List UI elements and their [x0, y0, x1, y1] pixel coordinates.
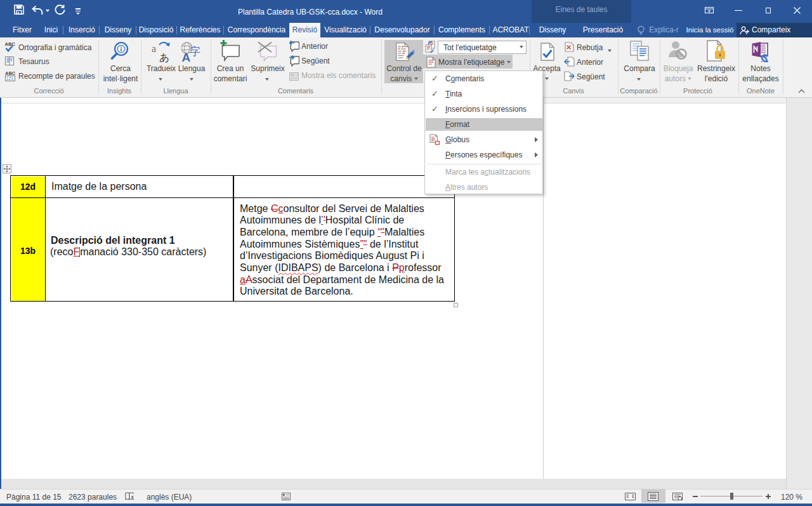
svg-text:123: 123	[6, 76, 13, 81]
svg-text:ABC: ABC	[5, 41, 16, 47]
svg-text:A: A	[182, 51, 191, 63]
svg-text:ABC: ABC	[5, 70, 16, 76]
svg-text:あ: あ	[159, 52, 169, 63]
svg-text:字: 字	[190, 46, 200, 58]
svg-text:a: a	[152, 43, 156, 54]
